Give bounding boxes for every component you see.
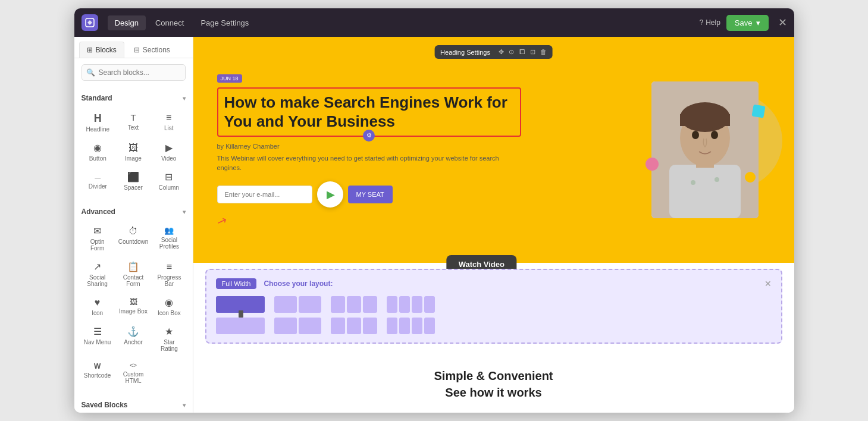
svg-point-8 — [711, 131, 718, 139]
settings-icon[interactable]: ⊙ — [509, 48, 514, 56]
layout-1col[interactable] — [216, 296, 265, 313]
layout-3col[interactable] — [331, 296, 377, 313]
nav-page-settings[interactable]: Page Settings — [193, 15, 256, 30]
nav-design[interactable]: Design — [108, 15, 146, 30]
button-icon: ◉ — [93, 143, 102, 153]
heading-settings-icons: ✥ ⊙ ⧠ ⊡ 🗑 — [499, 48, 547, 56]
canvas-area[interactable]: Heading Settings ✥ ⊙ ⧠ ⊡ 🗑 JUN 18 How to — [193, 37, 794, 413]
search-area: 🔍 — [74, 58, 193, 87]
block-icon[interactable]: ♥ Icon — [82, 293, 114, 320]
svg-rect-6 — [680, 114, 730, 126]
layout-2col[interactable] — [274, 296, 321, 313]
decoration-yellow — [745, 172, 756, 183]
block-optin-form[interactable]: ✉ Optin Form — [82, 222, 114, 255]
layout-3col-stripe[interactable] — [331, 318, 377, 334]
layout-1col-stripe[interactable] — [216, 318, 265, 334]
html-icon: <> — [130, 363, 137, 369]
block-progress-bar[interactable]: ≡ Progress Bar — [153, 257, 185, 291]
section-standard-header[interactable]: Standard ▾ — [82, 92, 186, 105]
heading-box[interactable]: How to make Search Engines Work for You … — [217, 87, 522, 136]
close-button[interactable]: ✕ — [778, 16, 787, 29]
block-image-box[interactable]: 🖼 Image Box — [116, 293, 151, 320]
hero-left: JUN 18 How to make Search Engines Work f… — [217, 72, 522, 227]
delete-icon[interactable]: 🗑 — [540, 48, 547, 56]
block-shortcode[interactable]: W Shortcode — [82, 358, 114, 388]
top-bar-right: ? Help Save ▾ ✕ — [699, 15, 786, 31]
layout-4col-stripe[interactable] — [387, 318, 435, 334]
share-icon: ↗ — [93, 262, 101, 272]
tag-badge: JUN 18 — [217, 74, 242, 83]
anchor-handle[interactable]: ⚙ — [366, 132, 372, 139]
block-icon-box[interactable]: ◉ Icon Box — [153, 293, 185, 320]
block-countdown[interactable]: ⏱ Countdown — [116, 222, 151, 255]
section-saved-header[interactable]: Saved Blocks ▾ — [82, 398, 186, 411]
block-image[interactable]: 🖼 Image — [117, 139, 150, 165]
hero-description: This Webinar will cover everything you n… — [217, 153, 522, 173]
block-contact-form[interactable]: 📋 Contact Form — [116, 257, 151, 291]
chevron-down-icon: ▾ — [183, 95, 186, 102]
save-block-icon[interactable]: ⊡ — [530, 48, 535, 56]
nav-connect[interactable]: Connect — [148, 15, 191, 30]
block-column[interactable]: ⊟ Column — [152, 168, 186, 194]
search-input[interactable] — [82, 64, 186, 81]
move-icon[interactable]: ✥ — [499, 48, 504, 56]
layout-row-2 — [216, 318, 772, 334]
form-icon: 📋 — [127, 262, 139, 272]
decoration-pink — [645, 158, 659, 171]
page-content: Heading Settings ✥ ⊙ ⧠ ⊡ 🗑 JUN 18 How to — [193, 37, 794, 413]
divider-icon: — — [95, 175, 101, 181]
block-divider[interactable]: — Divider — [82, 168, 115, 194]
save-button[interactable]: Save ▾ — [726, 15, 769, 31]
choose-layout-label: Choose your layout: — [264, 279, 333, 288]
progress-icon: ≡ — [167, 262, 172, 272]
block-headline[interactable]: H Headline — [82, 108, 115, 136]
save-dropdown-icon: ▾ — [756, 18, 760, 27]
social-profiles-icon: 👥 — [164, 227, 174, 234]
block-star-rating[interactable]: ★ Star Rating — [153, 322, 185, 356]
nav-icon: ☰ — [93, 327, 102, 337]
search-icon: 🔍 — [86, 68, 95, 77]
layout-4col[interactable] — [387, 296, 435, 313]
standard-blocks-grid: H Headline T Text ≡ List ◉ Button — [82, 105, 186, 198]
email-input[interactable] — [217, 186, 312, 203]
block-text[interactable]: T Text — [117, 108, 150, 136]
video-play-button[interactable]: ▶ — [317, 181, 343, 208]
block-list[interactable]: ≡ List — [152, 108, 186, 136]
section-saved-blocks: Saved Blocks ▾ — [74, 394, 193, 413]
app-window: Design Connect Page Settings ? Help Save… — [74, 8, 794, 413]
section-advanced: Advanced ▾ ✉ Optin Form ⏱ Countdown 👥 So… — [74, 200, 193, 394]
close-layout-button[interactable]: ✕ — [764, 279, 772, 288]
help-button[interactable]: ? Help — [699, 18, 720, 27]
seat-button[interactable]: MY SEAT — [348, 186, 393, 203]
layout-options — [216, 296, 772, 334]
image-icon: 🖼 — [129, 143, 138, 153]
sections-icon: ⊟ — [134, 46, 140, 54]
block-social-sharing[interactable]: ↗ Social Sharing — [82, 257, 114, 291]
heading-settings-label: Heading Settings — [440, 49, 490, 56]
hero-section: Heading Settings ✥ ⊙ ⧠ ⊡ 🗑 JUN 18 How to — [193, 37, 794, 263]
block-nav-menu[interactable]: ☰ Nav Menu — [82, 322, 114, 356]
layout-2col-stripe[interactable] — [274, 318, 321, 334]
tab-blocks[interactable]: ⊞ Blocks — [79, 42, 124, 58]
icon-block-icon: ♥ — [95, 298, 101, 307]
block-anchor[interactable]: ⚓ Anchor — [116, 322, 151, 356]
section-advanced-header[interactable]: Advanced ▾ — [82, 205, 186, 218]
layout-row-1 — [216, 296, 772, 313]
hero-right — [651, 81, 770, 218]
tab-sections[interactable]: ⊟ Sections — [127, 42, 177, 58]
block-spacer[interactable]: ⬛ Spacer — [117, 168, 150, 194]
icon-box-icon: ◉ — [165, 298, 173, 307]
block-custom-html[interactable]: <> Custom HTML — [116, 358, 151, 388]
sidebar: ⊞ Blocks ⊟ Sections 🔍 Standard ▾ — [74, 37, 193, 413]
layout-chooser-header: Full Width Choose your layout: ✕ — [216, 278, 772, 289]
full-width-badge[interactable]: Full Width — [216, 278, 257, 289]
list-icon: ≡ — [166, 113, 171, 122]
duplicate-icon[interactable]: ⧠ — [519, 48, 525, 56]
chevron-down-icon-2: ▾ — [183, 209, 186, 215]
hero-portrait — [651, 81, 759, 218]
block-video[interactable]: ▶ Video — [152, 139, 186, 165]
block-button[interactable]: ◉ Button — [82, 139, 115, 165]
anchor-icon: ⚓ — [127, 327, 139, 337]
block-social-profiles[interactable]: 👥 Social Profiles — [153, 222, 185, 255]
svg-point-9 — [691, 180, 695, 185]
